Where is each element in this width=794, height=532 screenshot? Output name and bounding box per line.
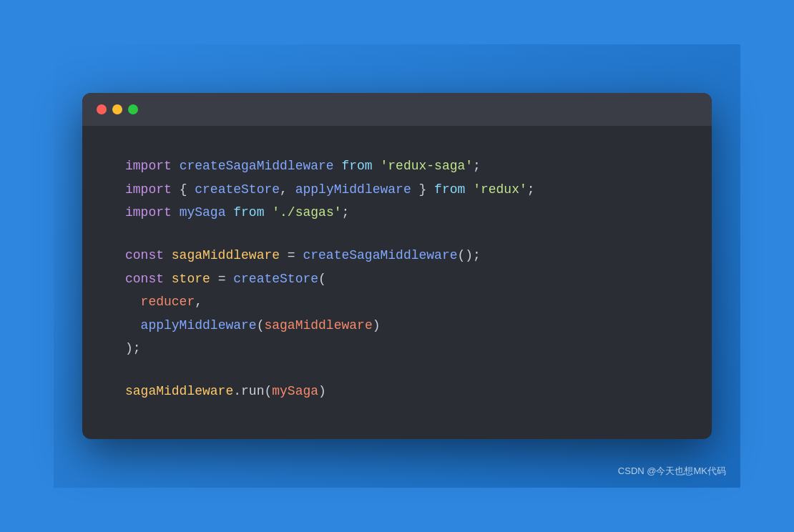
code-token: , <box>195 295 202 309</box>
code-token: sagaMiddleware <box>264 318 372 332</box>
code-token: createSagaMiddleware <box>180 159 342 173</box>
code-token: ( <box>318 272 326 286</box>
dot-green[interactable] <box>128 104 138 114</box>
code-blank-line <box>125 224 669 244</box>
code-token: store <box>172 272 210 286</box>
code-line: ); <box>125 337 669 360</box>
code-line: import mySaga from './sagas'; <box>125 201 669 224</box>
code-token: applyMiddleware <box>141 318 257 332</box>
code-token: ; <box>527 182 535 197</box>
code-line: const store = createStore( <box>125 267 669 290</box>
code-token: mySaga <box>180 205 234 220</box>
code-token: from <box>434 182 473 197</box>
code-token: ); <box>125 341 141 355</box>
code-token: createSagaMiddleware <box>303 248 457 262</box>
outer-wrapper: import createSagaMiddleware from 'redux-… <box>54 44 740 488</box>
code-line: const sagaMiddleware = createSagaMiddlew… <box>125 244 669 267</box>
code-token: createStore <box>233 272 318 286</box>
code-line: sagaMiddleware.run(mySaga) <box>125 380 669 403</box>
code-token: from <box>233 205 272 220</box>
code-token: } <box>411 182 434 197</box>
code-token: = <box>280 248 303 262</box>
dot-red[interactable] <box>97 104 107 114</box>
code-token: sagaMiddleware <box>125 384 233 398</box>
dot-yellow[interactable] <box>112 104 122 114</box>
code-token <box>125 295 141 309</box>
code-token: const <box>125 248 172 262</box>
code-token: import <box>125 182 180 197</box>
code-token: .run( <box>233 384 272 398</box>
code-token: = <box>210 272 233 286</box>
code-token: 'redux' <box>473 182 527 197</box>
code-token: reducer <box>141 295 195 309</box>
code-token: import <box>125 159 180 173</box>
code-token: import <box>125 205 180 220</box>
code-token: (); <box>458 248 481 262</box>
code-token: applyMiddleware <box>295 182 411 197</box>
code-token: ; <box>473 159 481 173</box>
code-line: import createSagaMiddleware from 'redux-… <box>125 154 669 177</box>
watermark: CSDN @今天也想MK代码 <box>618 465 726 478</box>
code-token: 'redux-saga' <box>380 159 473 173</box>
code-token: ) <box>318 384 326 398</box>
code-line: reducer, <box>125 290 669 313</box>
code-token: ) <box>373 318 381 332</box>
code-line: import { createStore, applyMiddleware } … <box>125 178 669 201</box>
code-token: mySaga <box>272 384 318 398</box>
code-token: , <box>280 182 295 197</box>
code-token: sagaMiddleware <box>172 248 280 262</box>
code-token: { <box>180 182 195 197</box>
code-blank-line <box>125 360 669 380</box>
code-token: createStore <box>195 182 280 197</box>
code-token <box>125 318 141 332</box>
code-token: ; <box>341 205 349 220</box>
code-line: applyMiddleware(sagaMiddleware) <box>125 314 669 337</box>
code-window: import createSagaMiddleware from 'redux-… <box>82 93 712 439</box>
code-body: import createSagaMiddleware from 'redux-… <box>82 126 712 439</box>
title-bar <box>82 93 712 126</box>
code-token: from <box>341 159 380 173</box>
code-token: './sagas' <box>272 205 341 220</box>
code-token: ( <box>257 318 265 332</box>
code-token: const <box>125 272 172 286</box>
